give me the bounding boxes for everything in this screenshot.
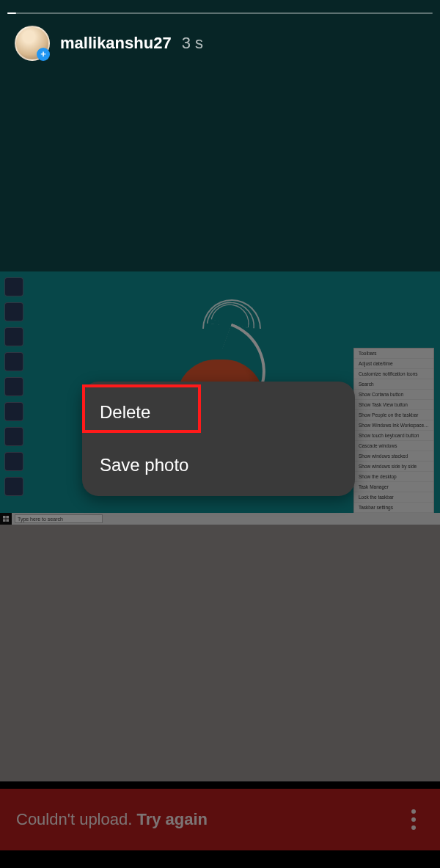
story-username[interactable]: mallikanshu27 [60, 34, 172, 53]
add-story-plus-icon[interactable]: + [37, 48, 50, 61]
try-again-link[interactable]: Try again [136, 810, 208, 828]
desktop-icon [4, 302, 23, 321]
ctx-item: Search [354, 379, 433, 390]
story-background-bottom [0, 525, 440, 781]
desktop-icon [4, 277, 23, 296]
ctx-item: Toolbars [354, 349, 433, 359]
taskbar-search: Type here to search [15, 514, 103, 523]
ctx-item: Taskbar settings [354, 503, 433, 513]
upload-error-text: Couldn't upload. Try again [16, 810, 208, 829]
ctx-item: Show windows side by side [354, 462, 433, 472]
desktop-icons-column [4, 277, 23, 496]
desktop-icon [4, 477, 23, 496]
desktop-icon [4, 452, 23, 471]
ctx-item: Adjust date/time [354, 359, 433, 369]
desktop-icon [4, 377, 23, 396]
story-action-sheet: Delete Save photo [82, 382, 355, 496]
ctx-item: Show touch keyboard button [354, 431, 433, 441]
story-timestamp: 3 s [182, 34, 203, 53]
delete-option[interactable]: Delete [82, 386, 355, 439]
desktop-icon [4, 352, 23, 371]
ctx-item: Show Windows Ink Workspace button [354, 420, 433, 431]
ctx-item: Cascade windows [354, 441, 433, 451]
save-photo-option[interactable]: Save photo [82, 439, 355, 492]
story-header: + mallikanshu27 3 s [15, 23, 425, 63]
ctx-item: Lock the taskbar [354, 492, 433, 503]
ctx-item: Show windows stacked [354, 451, 433, 462]
ctx-item: Show the desktop [354, 472, 433, 482]
ctx-item: Show Task View button [354, 400, 433, 410]
story-progress-fill [7, 12, 16, 14]
nav-bar-area [0, 850, 440, 868]
desktop-icon [4, 327, 23, 346]
windows-start-icon [0, 513, 12, 525]
ctx-item: Show Cortana button [354, 390, 433, 400]
desktop-icon [4, 427, 23, 446]
taskbar-search-placeholder: Type here to search [18, 517, 63, 522]
more-options-icon[interactable] [403, 809, 424, 830]
avatar[interactable]: + [15, 26, 50, 61]
error-prefix: Couldn't upload. [16, 810, 136, 828]
upload-error-bar[interactable]: Couldn't upload. Try again [0, 789, 440, 850]
ctx-item: Show People on the taskbar [354, 410, 433, 420]
ctx-item: Task Manager [354, 482, 433, 492]
windows-taskbar: Type here to search [0, 513, 440, 525]
story-viewer: Toolbars Adjust date/time Customize noti… [0, 0, 440, 868]
ctx-item: Customize notification icons [354, 369, 433, 379]
desktop-icon [4, 402, 23, 421]
taskbar-context-menu: Toolbars Adjust date/time Customize noti… [353, 348, 434, 514]
story-progress-track [7, 12, 433, 14]
